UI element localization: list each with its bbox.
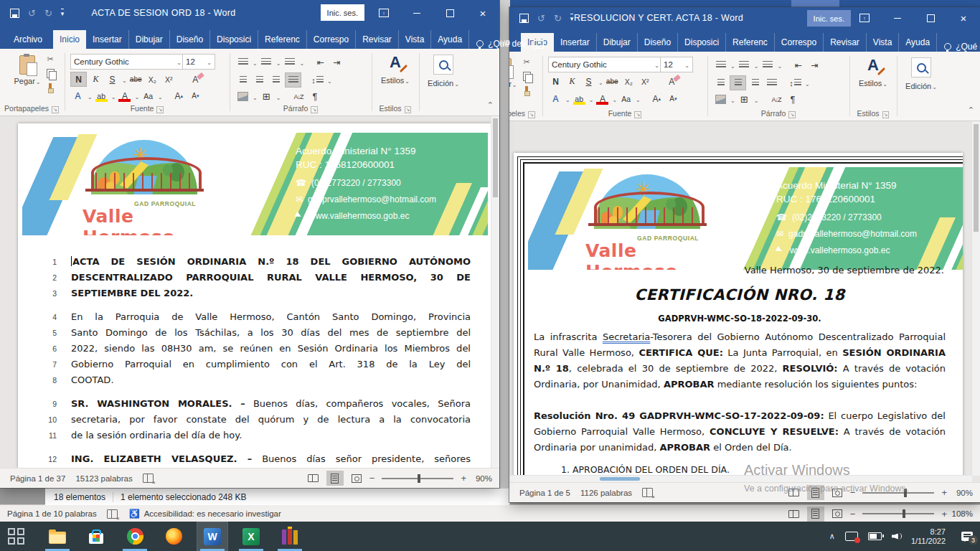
tab-inicio[interactable]: Inicio bbox=[53, 30, 86, 49]
sign-in-button[interactable]: Inic. ses. bbox=[321, 4, 364, 21]
zoom-level[interactable]: 90% bbox=[471, 474, 492, 483]
format-painter-icon[interactable] bbox=[46, 83, 55, 92]
start-button[interactable] bbox=[0, 522, 32, 551]
titlebar[interactable]: ↺ ↻ ▾ ACTA DE SESION ORD 18 - Word Inic.… bbox=[0, 0, 499, 26]
justify-button[interactable] bbox=[764, 76, 779, 90]
tab-ayuda[interactable]: Ayuda bbox=[899, 33, 937, 52]
bold-button[interactable] bbox=[70, 72, 87, 87]
tab-revisar[interactable]: Revisar bbox=[356, 30, 399, 49]
show-marks-button[interactable] bbox=[785, 93, 800, 106]
paste-button[interactable]: Pegar bbox=[509, 57, 519, 103]
strikethrough-button[interactable] bbox=[128, 72, 143, 86]
tab-revisar[interactable]: Revisar bbox=[824, 33, 867, 52]
zoom-slider-handle[interactable] bbox=[903, 509, 905, 518]
borders-button[interactable] bbox=[737, 93, 752, 106]
clear-formatting-button[interactable] bbox=[664, 75, 679, 88]
page-indicator[interactable]: Página 1 de 37 bbox=[10, 474, 65, 483]
page-indicator[interactable]: Página 1 de 5 bbox=[519, 489, 570, 497]
read-mode-button[interactable] bbox=[786, 485, 803, 500]
format-painter-icon[interactable] bbox=[522, 86, 531, 95]
font-size-combo[interactable]: 12 bbox=[660, 57, 693, 72]
tellme-label[interactable]: ¿Qué des bbox=[488, 39, 526, 49]
bullets-button[interactable] bbox=[235, 55, 250, 69]
subscript-button[interactable] bbox=[621, 75, 636, 88]
sort-button[interactable] bbox=[768, 93, 783, 106]
decrease-indent-button[interactable] bbox=[791, 58, 806, 72]
highlight-button[interactable] bbox=[94, 89, 109, 103]
bold-button[interactable] bbox=[548, 75, 563, 88]
display-sync-icon[interactable] bbox=[845, 532, 858, 541]
superscript-button[interactable] bbox=[161, 72, 176, 86]
close-button[interactable]: × bbox=[466, 0, 499, 26]
tab-dibujar[interactable]: Dibujar bbox=[129, 30, 170, 49]
vertical-scrollbar[interactable] bbox=[491, 116, 499, 468]
tab-insertar[interactable]: Insertar bbox=[86, 30, 129, 49]
document-area[interactable]: ✳ GAD PARROQUIAL Valle Hermoso bbox=[509, 121, 980, 482]
word-count[interactable]: 1126 palabras bbox=[580, 489, 632, 497]
grow-font-button[interactable] bbox=[171, 89, 187, 103]
taskbar-winrar-icon[interactable] bbox=[274, 522, 306, 551]
zoom-slider-handle[interactable] bbox=[904, 489, 907, 497]
tray-expand-icon[interactable]: ∧ bbox=[829, 532, 835, 541]
font-dialog-launcher[interactable] bbox=[634, 111, 641, 118]
taskbar-chrome-icon[interactable] bbox=[119, 522, 151, 551]
shading-button[interactable] bbox=[235, 90, 250, 103]
zoom-slider[interactable] bbox=[862, 513, 934, 514]
web-layout-button[interactable] bbox=[829, 485, 846, 500]
tab-disposici[interactable]: Disposici bbox=[678, 33, 726, 52]
word-count[interactable]: 15123 palabras bbox=[75, 474, 132, 483]
align-right-button[interactable] bbox=[268, 73, 283, 87]
shading-button[interactable] bbox=[713, 93, 728, 106]
underline-button[interactable] bbox=[581, 75, 596, 88]
proofing-icon[interactable] bbox=[107, 509, 118, 519]
ribbon-display-options-button[interactable]: ↑ bbox=[848, 7, 881, 29]
font-color-button[interactable] bbox=[595, 92, 610, 105]
tab-insertar[interactable]: Insertar bbox=[554, 33, 597, 52]
taskbar-file-explorer-icon[interactable] bbox=[42, 522, 73, 551]
subscript-button[interactable] bbox=[145, 72, 160, 86]
document-area[interactable]: ✳ GAD PARROQUIAL Valle Hermoso bbox=[0, 116, 499, 468]
taskbar-microsoft-store-icon[interactable] bbox=[80, 522, 112, 551]
styles-dialog-launcher[interactable] bbox=[882, 111, 890, 118]
sign-in-button[interactable]: Inic. ses. bbox=[807, 10, 851, 27]
tab-archivo[interactable]: Archivo bbox=[4, 30, 52, 49]
action-center-icon[interactable]: 3 bbox=[961, 532, 973, 541]
tab-correspo[interactable]: Correspo bbox=[307, 30, 356, 49]
zoom-in-button[interactable]: + bbox=[941, 509, 947, 519]
tab-referenc[interactable]: Referenc bbox=[258, 30, 307, 49]
multilevel-list-button[interactable] bbox=[282, 55, 297, 69]
align-right-button[interactable] bbox=[748, 76, 763, 90]
bg-word-count[interactable]: 0 palabras bbox=[58, 509, 97, 518]
font-name-combo[interactable]: Century Gothic bbox=[70, 54, 185, 70]
horizontal-scrollbar[interactable] bbox=[509, 475, 972, 482]
tab-diseño[interactable]: Diseño bbox=[170, 30, 210, 49]
zoom-in-button[interactable]: + bbox=[941, 487, 947, 498]
tab-dibujar[interactable]: Dibujar bbox=[597, 33, 638, 52]
cut-icon[interactable] bbox=[47, 55, 53, 64]
zoom-in-button[interactable]: + bbox=[461, 473, 466, 484]
change-case-button[interactable] bbox=[141, 89, 156, 103]
tab-ayuda[interactable]: Ayuda bbox=[431, 30, 469, 49]
tab-diseño[interactable]: Diseño bbox=[638, 33, 678, 52]
web-layout-button[interactable] bbox=[348, 471, 365, 486]
proofing-icon[interactable] bbox=[642, 488, 653, 497]
paragraph-dialog-launcher[interactable] bbox=[311, 106, 318, 113]
taskbar-excel-icon[interactable]: X bbox=[235, 522, 267, 551]
increase-indent-button[interactable] bbox=[807, 58, 822, 72]
tab-disposici[interactable]: Disposici bbox=[210, 30, 258, 49]
editing-button[interactable]: Edición bbox=[422, 55, 465, 88]
web-layout-button[interactable] bbox=[829, 507, 846, 522]
zoom-out-button[interactable]: − bbox=[850, 509, 856, 519]
zoom-out-button[interactable]: − bbox=[850, 487, 856, 498]
tab-referenc[interactable]: Referenc bbox=[726, 33, 775, 52]
volume-icon[interactable] bbox=[892, 532, 901, 541]
document-page-right[interactable]: ✳ GAD PARROQUIAL Valle Hermoso bbox=[514, 153, 963, 482]
italic-button[interactable] bbox=[88, 72, 103, 86]
read-mode-button[interactable] bbox=[305, 471, 322, 486]
zoom-out-button[interactable]: − bbox=[369, 473, 375, 484]
taskbar-word-icon[interactable]: W bbox=[197, 522, 228, 551]
multilevel-list-button[interactable] bbox=[760, 58, 775, 72]
minimize-button[interactable] bbox=[400, 0, 433, 26]
sort-button[interactable] bbox=[291, 90, 306, 103]
proofing-icon[interactable] bbox=[143, 474, 154, 483]
